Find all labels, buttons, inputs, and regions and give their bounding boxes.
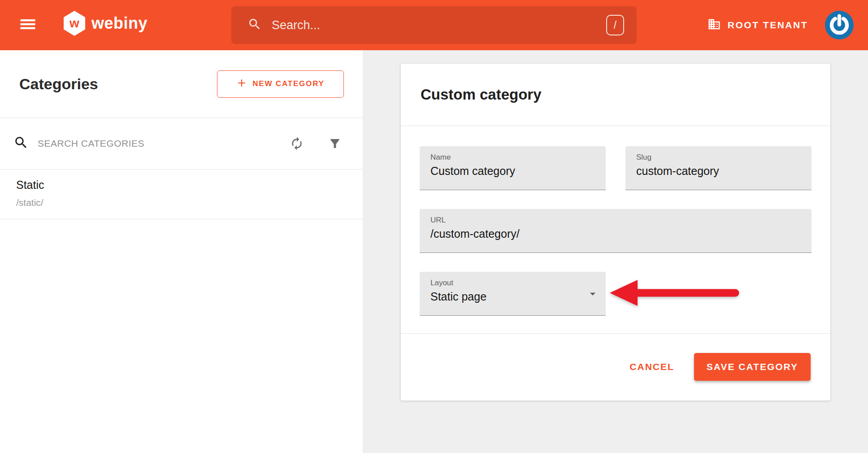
categories-panel: Categories NEW CATEGORY [0,50,363,453]
menu-button[interactable] [17,15,39,35]
form-row-name-slug: Name Custom category Slug custom-categor… [420,146,812,190]
new-category-label: NEW CATEGORY [252,79,324,88]
slug-field[interactable]: Slug custom-category [625,146,812,190]
building-icon [707,17,721,33]
form-footer: CANCEL SAVE CATEGORY [401,334,830,400]
categories-header: Categories NEW CATEGORY [0,50,363,118]
category-search-bar [0,118,363,169]
webiny-initial: w [69,17,79,30]
main-content: Custom category Name Custom category Slu… [363,50,868,453]
save-category-button[interactable]: SAVE CATEGORY [694,353,811,381]
filter-button[interactable] [328,137,342,150]
chevron-down-icon [586,287,599,302]
slug-value: custom-category [636,165,801,178]
tenant-label: ROOT TENANT [728,20,808,30]
slash-shortcut-badge: / [606,15,624,35]
form-title: Custom category [421,86,542,103]
plus-icon [236,78,247,91]
form-body: Name Custom category Slug custom-categor… [401,126,830,316]
url-field[interactable]: URL /custom-category/ [420,209,812,253]
form-title-row: Custom category [401,64,830,126]
layout-value: Static page [430,290,595,303]
webiny-logo[interactable]: w webiny [64,11,148,36]
category-name: Static [16,179,347,192]
search-icon [247,17,262,33]
category-search-input[interactable] [38,138,290,149]
slug-label: Slug [636,153,801,162]
layout-select[interactable]: Layout Static page [420,272,606,316]
webiny-hexagon-icon: w [64,11,85,36]
url-value: /custom-category/ [430,227,801,240]
refresh-button[interactable] [290,136,304,151]
red-arrow-annotation [609,279,740,309]
top-bar: w webiny / ROOT TENANT [0,0,868,50]
category-form-card: Custom category Name Custom category Slu… [401,64,830,401]
brand-text: webiny [91,14,148,33]
global-search-input[interactable] [272,18,606,32]
name-value: Custom category [430,165,595,178]
category-list-item[interactable]: Static /static/ [0,170,363,219]
new-category-button[interactable]: NEW CATEGORY [217,70,344,98]
name-label: Name [430,153,595,162]
layout-label: Layout [430,279,595,287]
user-avatar[interactable] [825,11,854,39]
global-search[interactable]: / [231,6,637,44]
topbar-right-group: ROOT TENANT [707,0,854,50]
form-row-layout: Layout Static page [420,272,812,316]
category-url: /static/ [16,197,347,208]
page-title: Categories [19,75,98,93]
tenant-selector[interactable]: ROOT TENANT [707,17,808,33]
name-field[interactable]: Name Custom category [420,146,606,190]
search-icon [13,135,29,152]
hamburger-icon [18,14,38,36]
cancel-button[interactable]: CANCEL [622,357,681,377]
form-row-url: URL /custom-category/ [420,209,812,253]
divider [0,219,363,219]
url-label: URL [430,216,801,225]
